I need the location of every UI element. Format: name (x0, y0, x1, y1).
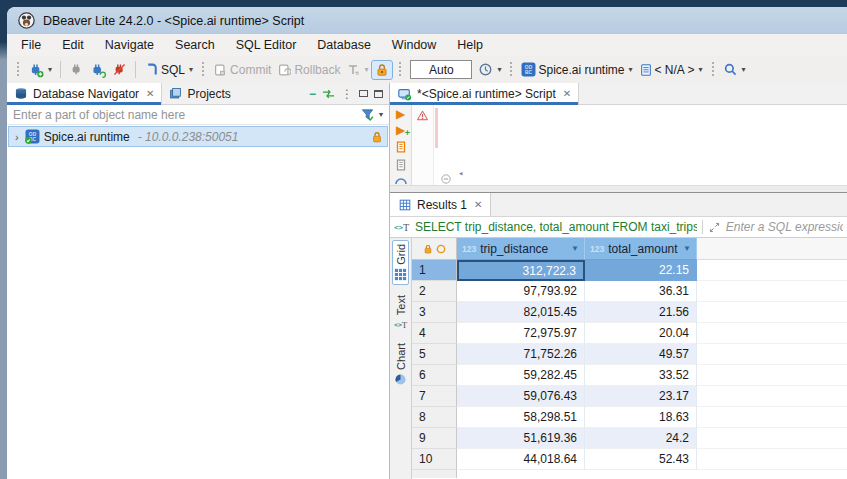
grid-corner-cell[interactable] (412, 238, 457, 260)
execute-statement-button play-icon[interactable]: ▶ (396, 108, 405, 120)
title-bar: DBeaver Lite 24.2.0 - <Spice.ai runtime>… (7, 7, 847, 34)
tab-projects[interactable]: Projects (162, 83, 237, 104)
column-name: trip_distance (480, 242, 548, 256)
grid-cell[interactable]: 33.52 (585, 365, 697, 386)
sql-expression-input[interactable]: Enter a SQL expression to (726, 220, 843, 234)
menu-item-file[interactable]: File (21, 38, 41, 52)
active-schema-selector[interactable]: < N/A > ▾ (636, 61, 706, 79)
grid-cell[interactable]: 24.2 (585, 428, 697, 449)
row-number[interactable]: 3 (412, 302, 457, 323)
menu-item-database[interactable]: Database (317, 38, 371, 52)
row-number[interactable]: 9 (412, 428, 457, 449)
transaction-history-button[interactable]: ▾ (475, 60, 504, 79)
sheet-icon (639, 63, 653, 77)
grid-cell[interactable]: 71,752.26 (457, 344, 585, 365)
minimize-view-icon[interactable] (359, 90, 368, 97)
tab-chart-view[interactable]: Chart (393, 340, 408, 389)
transaction-log-button[interactable]: ▾ (343, 61, 371, 79)
editor-results-sash[interactable] (390, 185, 847, 192)
tab-results-1[interactable]: Results 1 ✕ (390, 193, 491, 216)
editor-ruler (412, 105, 434, 185)
grid-cell[interactable]: 20.04 (585, 323, 697, 344)
connect-button[interactable] (66, 60, 87, 79)
row-number[interactable]: 7 (412, 386, 457, 407)
maximize-view-icon[interactable] (374, 90, 383, 98)
results-grid: 123 trip_distance ▼ 123 total_amount ▼ (412, 238, 847, 479)
new-sql-editor-button[interactable]: SQL ▾ (141, 60, 196, 79)
script-gray-icon[interactable] (394, 158, 408, 172)
tab-sql-script[interactable]: *<Spice.ai runtime> Script ✕ (390, 83, 579, 104)
grid-cell[interactable]: 44,018.64 (457, 449, 585, 470)
sql-editor-panel: *<Spice.ai runtime> Script ✕ ▶ ▶+ (390, 83, 847, 479)
grid-cell[interactable]: 58,298.51 (457, 407, 585, 428)
row-number[interactable]: 4 (412, 323, 457, 344)
tab-text-view[interactable]: Text <>T (393, 292, 409, 333)
row-number[interactable]: 2 (412, 281, 457, 302)
connection-tree-item[interactable]: › ODBC Spice.ai runtime - 10.0.0.238:500… (8, 126, 388, 147)
menu-item-navigate[interactable]: Navigate (105, 38, 154, 52)
grid-cell[interactable]: 82,015.45 (457, 302, 585, 323)
expand-chevron-icon[interactable]: › (15, 131, 19, 143)
grid-cell[interactable]: 21.56 (585, 302, 697, 323)
grid-cell[interactable]: 23.17 (585, 386, 697, 407)
grid-cell[interactable]: 18.63 (585, 407, 697, 428)
row-number[interactable]: 8 (412, 407, 457, 428)
column-header-trip-distance[interactable]: 123 trip_distance ▼ (457, 238, 585, 260)
tab-database-navigator[interactable]: Database Navigator ✕ (7, 83, 162, 104)
sort-desc-icon[interactable]: ▼ (571, 244, 579, 253)
menu-item-window[interactable]: Window (392, 38, 436, 52)
odbc-badge-check-icon: ODBC (25, 129, 40, 144)
close-icon[interactable]: ✕ (146, 88, 154, 99)
connection-host: - 10.0.0.238:50051 (138, 130, 239, 144)
grid-cell[interactable]: 49.57 (585, 344, 697, 365)
grid-cell[interactable]: 312,722.3 (457, 260, 585, 281)
sort-desc-icon[interactable]: ▼ (683, 244, 691, 253)
disconnect-button[interactable] (109, 60, 130, 79)
funnel-check-icon[interactable] (360, 107, 375, 122)
grid-cell[interactable]: 97,793.92 (457, 281, 585, 302)
grid-cell[interactable]: 51,619.36 (457, 428, 585, 449)
execute-new-tab-button play-plus-icon[interactable]: ▶+ (396, 124, 405, 136)
close-icon[interactable]: ✕ (563, 88, 571, 99)
menu-item-search[interactable]: Search (175, 38, 215, 52)
autocommit-mode-combo[interactable]: Auto (410, 60, 472, 79)
grid-cell[interactable]: 36.31 (585, 281, 697, 302)
collapse-minus-icon[interactable] (441, 174, 451, 184)
commit-button[interactable]: Commit (210, 61, 274, 79)
execute-script-icon[interactable] (394, 140, 408, 154)
menu-item-help[interactable]: Help (457, 38, 483, 52)
code-area[interactable]: SELECT trip_distance, total_amount FROM … (434, 105, 847, 185)
link-editor-icon[interactable] (322, 89, 335, 99)
row-number[interactable]: 10 (412, 449, 457, 470)
expand-arrows-icon[interactable] (708, 221, 721, 234)
chevron-down-icon[interactable]: ▾ (379, 110, 383, 119)
minimize-icon[interactable]: − (309, 87, 316, 101)
result-query-text: SELECT trip_distance, total_amount FROM … (415, 220, 697, 234)
grid-cell[interactable]: 52.43 (585, 449, 697, 470)
column-header-total-amount[interactable]: 123 total_amount ▼ (585, 238, 697, 260)
grid-cell[interactable]: 59,282.45 (457, 365, 585, 386)
row-number[interactable]: 1 (412, 260, 457, 281)
grid-cell[interactable]: 72,975.97 (457, 323, 585, 344)
editor-toolbar: ▶ ▶+ (390, 105, 412, 185)
grid-cell[interactable]: 59,076.43 (457, 386, 585, 407)
search-button[interactable]: ▾ (720, 60, 749, 79)
editor-hscrollbar[interactable]: ◂ (458, 163, 463, 184)
row-number[interactable]: 6 (412, 365, 457, 386)
grid-cell[interactable]: 22.15 (585, 260, 697, 281)
close-icon[interactable]: ✕ (474, 199, 482, 210)
tab-grid-view[interactable]: Grid (392, 240, 409, 285)
reconnect-button[interactable] (87, 60, 109, 80)
view-menu-icon[interactable]: ⋮ (341, 87, 353, 101)
rollback-button[interactable]: Rollback (274, 61, 343, 79)
menu-item-edit[interactable]: Edit (62, 38, 84, 52)
active-connection-selector[interactable]: ODBC Spice.ai runtime ▾ (518, 60, 635, 79)
object-filter-input[interactable]: Enter a part of object name here (13, 108, 185, 122)
partial-icon[interactable] (394, 176, 408, 184)
new-connection-button[interactable]: ▾ (25, 60, 55, 80)
row-number[interactable]: 5 (412, 344, 457, 365)
table-row: 1312,722.322.15 (412, 260, 847, 281)
autocommit-lock-button[interactable] (371, 60, 393, 80)
menu-item-sql-editor[interactable]: SQL Editor (236, 38, 297, 52)
svg-text:OD: OD (525, 65, 533, 70)
